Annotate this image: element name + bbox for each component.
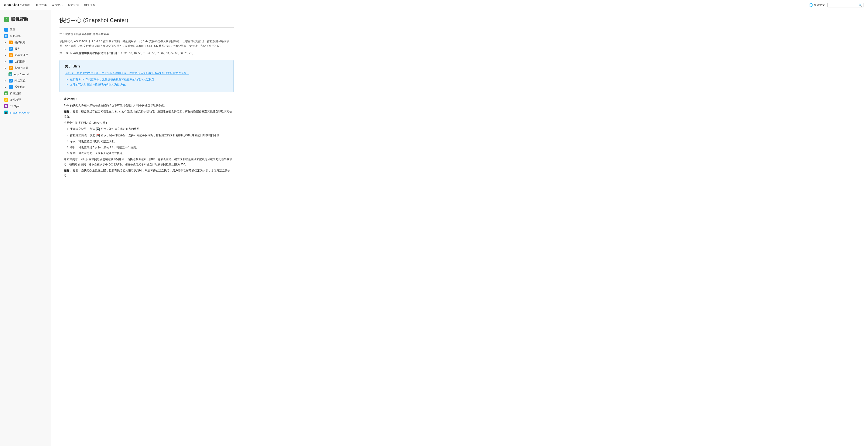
manual-text1: 手动建立快照：点选 bbox=[70, 127, 95, 131]
service-icon: ⚙ bbox=[9, 47, 13, 51]
btrfs-intro[interactable]: Btrfs 是一套先进的文件系统，由众多组织共同开发，现在特定 ASUSTOR … bbox=[65, 71, 228, 75]
arrow-icon-backup: ▶ bbox=[4, 67, 7, 69]
language-selector[interactable]: 🌐 简体中文 bbox=[809, 3, 825, 7]
manual-text2: 图示，即可建立此时间点的快照。 bbox=[101, 127, 142, 131]
lang-icon: 🌐 bbox=[809, 3, 813, 7]
sidebar: ? 联机帮助 i 信息 ▦ 桌面导览 ▶ ⚙ 偏好设定 ▶ ⚙ 服务 ▶ ▦ 储 bbox=[0, 10, 51, 446]
arrow-icon: ▶ bbox=[4, 41, 7, 44]
sidebar-label-service: 服务 bbox=[14, 47, 20, 51]
page-title: 联机帮助 bbox=[11, 16, 28, 22]
ezsync-icon: 🔄 bbox=[4, 104, 8, 108]
sidebar-label-snapshot: Snapshot Center bbox=[10, 111, 31, 114]
sidebar-item-settings[interactable]: ▶ ⚙ 偏好设定 bbox=[0, 39, 51, 46]
note2-models: AS31, 32, 40, 50, 51, 52, 53, 61, 62, 63… bbox=[121, 52, 194, 55]
warning-text: 提醒：硬盘群组存储空间需建立为 Btrfs 文件系统才能支持快照功能，重新建立硬… bbox=[64, 110, 232, 118]
nav-buy[interactable]: 购买据点 bbox=[84, 3, 95, 7]
extra1: 建立快照时，可以设置快照是否需锁定及保留原则。当快照数量达到上限时，将依设置停止… bbox=[64, 157, 234, 167]
search-input[interactable] bbox=[829, 3, 859, 7]
storage-icon: ▦ bbox=[9, 53, 13, 57]
arrow-icon-external: ▶ bbox=[4, 79, 7, 82]
sidebar-label-desktop: 桌面导览 bbox=[10, 34, 21, 38]
sub-item-manual: 手动建立快照：点选 📷 图示，即可建立此时间点的快照。 bbox=[70, 127, 234, 131]
arrow-icon-storage: ▶ bbox=[4, 54, 7, 57]
btrfs-item-1[interactable]: 在所有 Btrfs 存储空间中，元数据镜像和总和检查码的功能均为默认值。 bbox=[70, 78, 228, 81]
sub-intro: 快照中心提供下列方式来建立快照： bbox=[64, 120, 234, 125]
page-wrapper: ? 联机帮助 i 信息 ▦ 桌面导览 ▶ ⚙ 偏好设定 ▶ ⚙ 服务 ▶ ▦ 储 bbox=[0, 10, 868, 446]
sidebar-label-sysinfo: 系统信息 bbox=[14, 85, 26, 89]
info-icon: i bbox=[4, 28, 8, 32]
btrfs-item-2[interactable]: 文件的写入时复制与检查码的功能均为默认值。 bbox=[70, 83, 228, 87]
sidebar-item-monitor[interactable]: ▦ 资源监控 bbox=[0, 90, 51, 97]
nav-right: 🌐 简体中文 🔍 bbox=[809, 3, 864, 7]
sub-items: 手动建立快照：点选 📷 图示，即可建立此时间点的快照。 排程建立快照：点选 📅 … bbox=[64, 127, 234, 138]
sysinfo-icon: ℹ bbox=[9, 85, 13, 89]
sidebar-item-access[interactable]: ▶ 👤 访问控制 bbox=[0, 58, 51, 65]
schedule-text1: 排程建立快照：点选 bbox=[70, 134, 95, 137]
nav-links: 产品信息 解决方案 监控中心 技术支持 购买据点 bbox=[20, 3, 809, 7]
appcentral-icon: ▦ bbox=[8, 72, 12, 76]
schedule-text2: 图示，启用排程备份，选择不同的备份周期，排程建立的快照名称默认将以建立的日期及时… bbox=[101, 134, 222, 137]
note2-bold: Btrfs 与硬盘群组快照功能仅适用下列机种： bbox=[66, 52, 120, 55]
sidebar-label-external: 外接装置 bbox=[14, 79, 26, 82]
intro1: 快照中心为 ASUSTOR 于 ADM 3.3 推出的新功能，搭配使用新一代 B… bbox=[60, 39, 234, 48]
sidebar-label-storage: 储存管理员 bbox=[14, 53, 28, 57]
extra2: 提醒： 提醒：当快照数量已达上限，且所有快照皆为锁定状态时，系统将停止建立快照。… bbox=[64, 168, 234, 178]
sidebar-label-info: 信息 bbox=[10, 28, 15, 32]
monitor-icon: ▦ bbox=[4, 92, 8, 95]
camera-icon: 📷 bbox=[96, 128, 100, 131]
sidebar-label-settings: 偏好设定 bbox=[14, 40, 26, 44]
btrfs-info-box: 关于 Btrfs Btrfs 是一套先进的文件系统，由众多组织共同开发，现在特定… bbox=[60, 60, 234, 92]
note2: 注： Btrfs 与硬盘群组快照功能仅适用下列机种： AS31, 32, 40,… bbox=[60, 51, 234, 56]
top-navigation: asustor 产品信息 解决方案 监控中心 技术支持 购买据点 🌐 简体中文 … bbox=[0, 0, 868, 10]
search-box: 🔍 bbox=[828, 3, 864, 7]
sidebar-item-appcentral[interactable]: ▦ App Central bbox=[0, 71, 51, 77]
page-title-icon: ? bbox=[4, 17, 9, 22]
sidebar-label-filemgr: 文件总管 bbox=[10, 98, 21, 102]
sidebar-label-monitor: 资源监控 bbox=[10, 92, 21, 95]
sidebar-item-info[interactable]: i 信息 bbox=[0, 27, 51, 33]
warning-label: 提醒： bbox=[64, 110, 72, 113]
arrow-icon-access: ▶ bbox=[4, 60, 7, 63]
sidebar-label-ezsync: EZ Sync bbox=[10, 105, 20, 108]
num-item-3: 每周：可设置每周一天或多天定期建立快照。 bbox=[70, 151, 234, 156]
access-icon: 👤 bbox=[9, 60, 13, 63]
note1: 注：此功能可能会因不同机种而有所差异 bbox=[60, 32, 234, 36]
sidebar-item-filemgr[interactable]: 📁 文件总管 bbox=[0, 97, 51, 103]
num-item-1: 单次：可设置特定日期时间建立快照。 bbox=[70, 139, 234, 144]
btrfs-list: 在所有 Btrfs 存储空间中，元数据镜像和总和检查码的功能均为默认值。 文件的… bbox=[65, 78, 228, 87]
section-heading: 建立快照： bbox=[64, 97, 78, 101]
desktop-icon: ▦ bbox=[4, 34, 8, 38]
sidebar-item-desktop[interactable]: ▦ 桌面导览 bbox=[0, 33, 51, 39]
btrfs-title: 关于 Btrfs bbox=[65, 64, 228, 69]
sidebar-item-service[interactable]: ▶ ⚙ 服务 bbox=[0, 46, 51, 52]
search-icon[interactable]: 🔍 bbox=[859, 3, 862, 7]
sidebar-item-external[interactable]: ▶ ⬡ 外接装置 bbox=[0, 77, 51, 84]
section-list: 建立快照： Btrfs 的快照允许在不影响系统性能的情况下有效地创建以即时备份硬… bbox=[60, 97, 234, 178]
nav-support[interactable]: 技术支持 bbox=[68, 3, 79, 7]
sidebar-item-snapshot[interactable]: 📷 Snapshot Center bbox=[0, 109, 51, 116]
warning-label2: 提醒： bbox=[64, 169, 72, 172]
section-body: Btrfs 的快照允许在不影响系统性能的情况下有效地创建以即时备份硬盘群组的数据… bbox=[64, 103, 234, 108]
filemgr-icon: 📁 bbox=[4, 98, 8, 102]
sidebar-item-sysinfo[interactable]: ▶ ℹ 系统信息 bbox=[0, 84, 51, 90]
sidebar-item-backup[interactable]: ▶ ↺ 备份与还原 bbox=[0, 65, 51, 71]
sub-item-schedule: 排程建立快照：点选 📅 图示，启用排程备份，选择不同的备份周期，排程建立的快照名… bbox=[70, 133, 234, 138]
page-title-area: ? 联机帮助 bbox=[0, 14, 51, 27]
sidebar-label-access: 访问控制 bbox=[14, 60, 26, 63]
extra2-text: 提醒：当快照数量已达上限，且所有快照皆为锁定状态时，系统将停止建立快照。用户需手… bbox=[64, 169, 230, 177]
section-warning: 提醒： 提醒：硬盘群组存储空间需建立为 Btrfs 文件系统才能支持快照功能，重… bbox=[64, 109, 234, 119]
nav-products[interactable]: 产品信息 bbox=[20, 3, 31, 7]
main-content: 快照中心 (Snapshot Center) 注：此功能可能会因不同机种而有所差… bbox=[51, 10, 242, 446]
numbered-list: 单次：可设置特定日期时间建立快照。 每日：可设置最短 5 分钟，最长 12 小时… bbox=[64, 139, 234, 156]
sidebar-label-backup: 备份与还原 bbox=[14, 66, 28, 70]
arrow-icon-sysinfo: ▶ bbox=[4, 86, 7, 88]
settings-icon: ⚙ bbox=[9, 40, 13, 44]
content-title: 快照中心 (Snapshot Center) bbox=[60, 16, 234, 28]
sidebar-item-storage[interactable]: ▶ ▦ 储存管理员 bbox=[0, 52, 51, 58]
section-snapshot: 建立快照： Btrfs 的快照允许在不影响系统性能的情况下有效地创建以即时备份硬… bbox=[64, 97, 234, 178]
nav-monitor[interactable]: 监控中心 bbox=[52, 3, 63, 7]
brand-logo[interactable]: asustor bbox=[4, 3, 20, 7]
nav-solutions[interactable]: 解决方案 bbox=[36, 3, 47, 7]
sidebar-item-ezsync[interactable]: 🔄 EZ Sync bbox=[0, 103, 51, 109]
external-icon: ⬡ bbox=[9, 79, 13, 82]
